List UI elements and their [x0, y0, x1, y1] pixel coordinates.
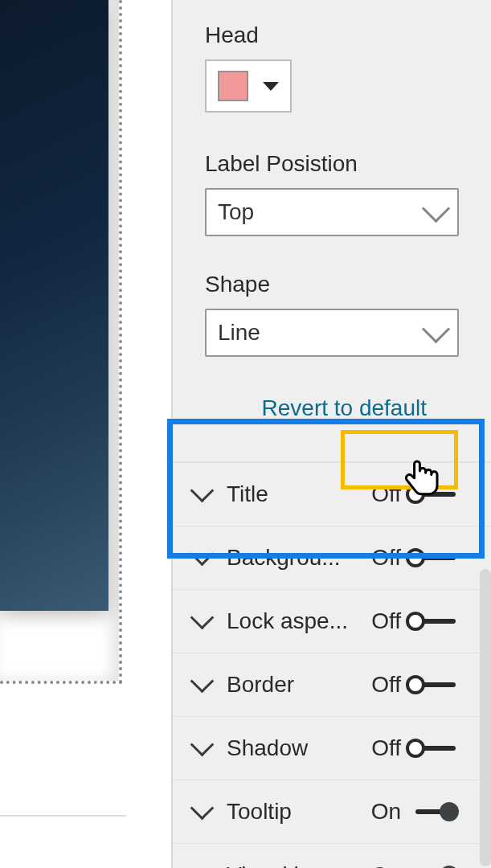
- format-card-row[interactable]: TooltipOn: [173, 780, 491, 844]
- toggle-state-text: Off: [362, 545, 401, 571]
- toggle-knob: [406, 675, 425, 694]
- row-label: Tooltip: [227, 799, 362, 825]
- chevron-down-icon: [422, 194, 450, 222]
- chevron-down-icon[interactable]: [190, 796, 215, 820]
- selected-visual-frame: [0, 0, 122, 684]
- formatting-section: Head Label Posistion Top Shape Line Reve…: [173, 0, 491, 463]
- dropdown-caret-icon: [263, 82, 279, 91]
- format-panel: Head Label Posistion Top Shape Line Reve…: [171, 0, 491, 868]
- row-label: Border: [227, 672, 362, 698]
- canvas-border: [0, 815, 126, 817]
- toggle-state-text: On: [362, 862, 401, 868]
- toggle-state-text: Off: [362, 672, 401, 698]
- chevron-down-icon[interactable]: [190, 478, 215, 502]
- toggle-state-text: On: [362, 799, 401, 825]
- row-label: Title: [227, 481, 362, 507]
- toggle-switch[interactable]: [406, 485, 459, 504]
- format-card-row[interactable]: Backgrou...Off: [173, 526, 491, 590]
- format-card-row[interactable]: BorderOff: [173, 653, 491, 717]
- chevron-down-icon[interactable]: [190, 732, 215, 756]
- label-position-dropdown[interactable]: Top: [205, 188, 459, 236]
- chevron-down-icon[interactable]: [190, 669, 215, 693]
- head-color-swatch: [218, 71, 248, 101]
- format-card-row[interactable]: ShadowOff: [173, 717, 491, 780]
- toggle-knob: [406, 548, 425, 567]
- toggle-switch[interactable]: [406, 548, 459, 567]
- row-label: Shadow: [227, 735, 362, 761]
- head-color-picker[interactable]: [205, 59, 292, 113]
- toggle-knob: [406, 612, 425, 631]
- row-label: Lock aspe...: [227, 608, 362, 634]
- toggle-state-text: Off: [362, 608, 401, 634]
- toggle-state-text: Off: [362, 735, 401, 761]
- toggle-switch[interactable]: [406, 675, 459, 694]
- revert-to-default-link[interactable]: Revert to default: [205, 395, 459, 421]
- shape-dropdown[interactable]: Line: [205, 309, 459, 357]
- format-card-row[interactable]: Visual he...On: [173, 844, 491, 868]
- format-card-row[interactable]: Lock aspe...Off: [173, 590, 491, 653]
- row-label: Backgrou...: [227, 545, 362, 571]
- row-label: Visual he...: [227, 862, 362, 868]
- toggle-switch[interactable]: [406, 802, 459, 821]
- chevron-down-icon[interactable]: [190, 542, 215, 566]
- toggle-knob: [440, 802, 459, 821]
- chevron-down-icon[interactable]: [190, 605, 215, 629]
- label-position-value: Top: [218, 199, 254, 225]
- toggle-switch[interactable]: [406, 739, 459, 758]
- shape-label: Shape: [205, 272, 459, 297]
- toggle-knob: [406, 739, 425, 758]
- report-canvas-sliver: [0, 0, 126, 868]
- head-label: Head: [205, 23, 459, 48]
- label-position-label: Label Posistion: [205, 151, 459, 177]
- chevron-down-icon: [422, 314, 450, 342]
- toggle-switch[interactable]: [406, 612, 459, 631]
- chevron-down-icon[interactable]: [190, 859, 215, 868]
- toggle-knob: [406, 485, 425, 504]
- selected-visual-fill: [0, 0, 108, 611]
- shape-value: Line: [218, 320, 260, 346]
- toggle-state-text: Off: [362, 481, 401, 507]
- format-card-row[interactable]: TitleOff: [173, 463, 491, 526]
- format-card-list: TitleOffBackgrou...OffLock aspe...OffBor…: [173, 463, 491, 868]
